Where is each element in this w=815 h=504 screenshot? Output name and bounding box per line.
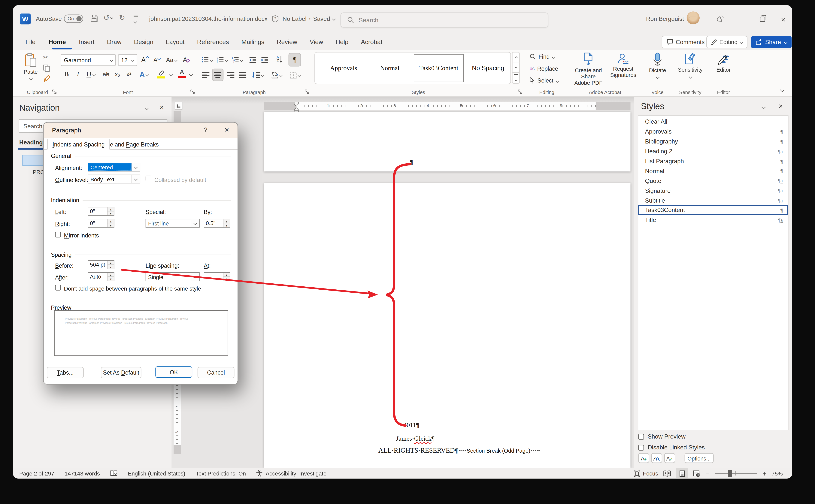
- first-line-indent-marker[interactable]: [294, 102, 299, 107]
- dialog-tab-indents[interactable]: Indents and Spacing: [47, 139, 110, 150]
- horizontal-ruler[interactable]: 1 2 3 4 5 6 7 8: [264, 102, 630, 110]
- align-center-button[interactable]: [212, 69, 223, 81]
- tab-help[interactable]: Help: [329, 38, 355, 46]
- justify-button[interactable]: [237, 70, 248, 80]
- search-box[interactable]: Search: [341, 12, 548, 27]
- text-effects-button[interactable]: A: [137, 69, 151, 79]
- line-spacing-button[interactable]: [250, 70, 266, 80]
- find-button[interactable]: Find: [530, 53, 555, 60]
- show-preview-row[interactable]: Show Preview: [638, 433, 686, 440]
- multilevel-list-button[interactable]: 1ai: [230, 55, 244, 65]
- navigation-close-button[interactable]: ×: [160, 103, 164, 111]
- style-item-normal[interactable]: Normal: [369, 53, 411, 83]
- user-avatar[interactable]: [687, 11, 700, 24]
- save-icon[interactable]: [90, 14, 98, 22]
- word-count[interactable]: 147143 words: [65, 470, 100, 476]
- navigation-tab-headings[interactable]: Headings: [19, 139, 46, 145]
- italic-button[interactable]: I: [72, 69, 84, 79]
- style-task03content[interactable]: Task03Content¶: [638, 205, 788, 215]
- style-subtitle[interactable]: Subtitle¶a: [638, 195, 788, 205]
- tab-home[interactable]: Home: [42, 38, 73, 46]
- comments-button[interactable]: Comments: [662, 36, 710, 48]
- print-layout-button[interactable]: [676, 468, 688, 478]
- style-heading-2[interactable]: Heading 2¶a: [638, 146, 788, 156]
- collapse-ribbon-button[interactable]: [780, 88, 785, 92]
- editing-mode-button[interactable]: Editing: [706, 36, 747, 48]
- zoom-slider-handle[interactable]: [728, 470, 732, 477]
- indent-right-spinner[interactable]: 0" ▲▼: [88, 219, 114, 228]
- styles-options-button[interactable]: Options...: [685, 453, 714, 463]
- gallery-scroll-down[interactable]: [512, 62, 520, 73]
- share-button[interactable]: Share: [751, 36, 791, 48]
- sensitivity-button[interactable]: Sensitivity: [674, 53, 706, 79]
- shading-button[interactable]: [269, 70, 284, 80]
- minimize-button[interactable]: –: [733, 12, 748, 26]
- qat-overflow-button[interactable]: [134, 16, 138, 24]
- bullets-button[interactable]: [200, 55, 214, 65]
- zoom-in-button[interactable]: +: [762, 469, 766, 477]
- numbering-button[interactable]: 123: [215, 55, 229, 65]
- read-mode-button[interactable]: [663, 470, 671, 477]
- ok-button[interactable]: OK: [155, 366, 192, 378]
- web-layout-button[interactable]: [693, 470, 700, 477]
- tab-review[interactable]: Review: [271, 38, 304, 46]
- style-normal[interactable]: Normal¶: [638, 166, 788, 176]
- dont-add-space-checkbox[interactable]: [55, 285, 61, 290]
- outline-level-dropdown[interactable]: Body Text: [88, 175, 140, 183]
- style-item-task03content[interactable]: Task03Content: [414, 54, 464, 82]
- before-spinner[interactable]: 564 pt ▲▼: [88, 260, 114, 269]
- show-preview-checkbox[interactable]: [638, 434, 644, 439]
- paragraph-dialog-launcher[interactable]: [304, 89, 309, 94]
- sort-button[interactable]: AZ: [273, 54, 286, 64]
- proofing-errors-icon[interactable]: [110, 470, 118, 477]
- cancel-button[interactable]: Cancel: [198, 367, 235, 378]
- dictate-button[interactable]: Dictate: [643, 53, 672, 80]
- style-bibliography[interactable]: Bibliography¶: [638, 137, 788, 146]
- borders-button[interactable]: [287, 70, 303, 80]
- tab-design[interactable]: Design: [128, 38, 160, 46]
- font-size-combo[interactable]: 12: [118, 54, 137, 66]
- at-spinner[interactable]: ▲▼: [204, 272, 230, 281]
- font-family-combo[interactable]: Garamond: [61, 54, 116, 66]
- style-item-approvals[interactable]: Approvals: [321, 53, 366, 83]
- styles-pane-menu[interactable]: [761, 105, 766, 109]
- style-approvals[interactable]: Approvals¶: [638, 127, 788, 137]
- tabs-button[interactable]: Tabs...: [47, 367, 84, 378]
- language-indicator[interactable]: English (United States): [128, 470, 185, 476]
- page-previous-bottom[interactable]: [264, 112, 630, 172]
- style-quote[interactable]: Quote¶a: [638, 176, 788, 186]
- style-list-paragraph[interactable]: List Paragraph¶: [638, 156, 788, 166]
- gallery-more-button[interactable]: [512, 73, 520, 84]
- style-signature[interactable]: Signature¶a: [638, 186, 788, 195]
- text-predictions[interactable]: Text Predictions: On: [196, 470, 246, 476]
- document-title-area[interactable]: johnson.pat.202310304.the-information.do…: [149, 15, 335, 22]
- feedback-button[interactable]: [712, 12, 728, 26]
- create-share-pdf-button[interactable]: Create and ShareAdobe PDF: [570, 53, 607, 86]
- clear-formatting-button[interactable]: A: [181, 55, 192, 65]
- doc-line-year[interactable]: 2011¶: [403, 421, 419, 429]
- style-inspector-button[interactable]: A: [651, 453, 662, 463]
- change-case-button[interactable]: Aa: [164, 55, 179, 65]
- tab-mailings[interactable]: Mailings: [235, 38, 271, 46]
- dialog-close-button[interactable]: ×: [225, 125, 229, 134]
- autosave-toggle[interactable]: On: [64, 15, 83, 23]
- collapsed-by-default-checkbox[interactable]: [146, 176, 151, 181]
- manage-styles-button[interactable]: A✓: [664, 453, 675, 463]
- show-hide-pilcrow-button[interactable]: ¶: [289, 53, 301, 67]
- request-signatures-button[interactable]: RequestSignatures: [607, 53, 640, 78]
- editor-button[interactable]: Editor: [708, 53, 739, 73]
- decrease-indent-button[interactable]: [247, 55, 258, 65]
- cut-button[interactable]: ✂: [43, 54, 48, 61]
- redo-button[interactable]: ↻: [119, 14, 125, 22]
- restore-button[interactable]: [755, 12, 770, 26]
- grow-font-button[interactable]: A: [139, 55, 151, 65]
- select-button[interactable]: Select: [530, 77, 559, 84]
- replace-button[interactable]: bc Replace: [530, 65, 558, 72]
- style-clear-all[interactable]: Clear All: [638, 117, 788, 127]
- page-current[interactable]: [264, 183, 630, 468]
- doc-line-rights[interactable]: ALL·RIGHTS·RESERVED¶ Section Break (Odd …: [378, 446, 541, 455]
- undo-button[interactable]: ↺: [103, 14, 113, 22]
- paste-button[interactable]: Paste: [21, 53, 40, 86]
- empty-paragraph-mark[interactable]: ¶: [410, 158, 413, 166]
- tab-insert[interactable]: Insert: [73, 38, 101, 46]
